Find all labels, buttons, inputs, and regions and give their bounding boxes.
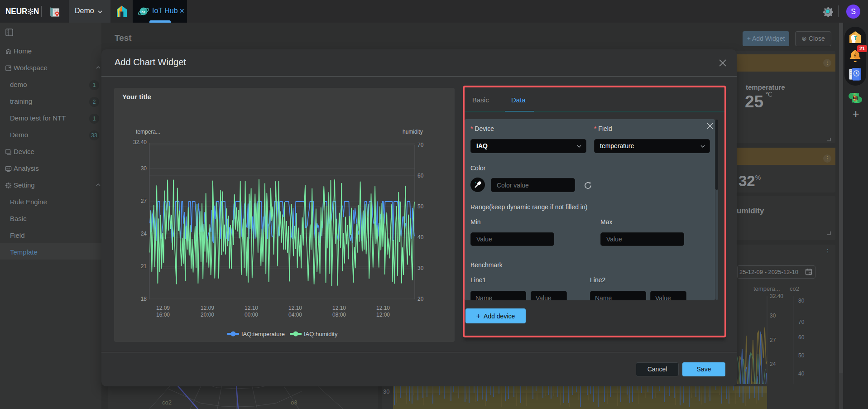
svg-text:12.10: 12.10 (332, 305, 346, 311)
svg-text:IAQ:temperature: IAQ:temperature (241, 331, 285, 337)
svg-text:40: 40 (798, 371, 805, 377)
svg-text:70: 70 (798, 319, 805, 325)
svg-text:o3: o3 (291, 399, 297, 406)
svg-text:40: 40 (417, 234, 424, 241)
svg-text:08:00: 08:00 (332, 312, 346, 318)
svg-text:80: 80 (798, 298, 805, 304)
svg-text:12.10: 12.10 (288, 305, 302, 311)
svg-text:20: 20 (417, 296, 424, 302)
svg-text:16:00: 16:00 (156, 312, 170, 318)
svg-text:IAQ:humidity: IAQ:humidity (304, 331, 338, 337)
svg-text:32.40: 32.40 (133, 139, 147, 145)
svg-text:60: 60 (417, 173, 424, 179)
svg-text:60: 60 (798, 334, 805, 341)
svg-text:50: 50 (417, 203, 424, 210)
svg-text:IoT: IoT (140, 10, 146, 14)
svg-text:12:00: 12:00 (376, 312, 390, 318)
svg-text:70: 70 (417, 142, 424, 148)
svg-text:12.10: 12.10 (376, 305, 390, 311)
svg-text:00:00: 00:00 (245, 312, 258, 318)
svg-text:co2: co2 (162, 399, 172, 406)
svg-text:30: 30 (770, 313, 776, 319)
svg-text:20:00: 20:00 (201, 312, 214, 318)
svg-text:27: 27 (770, 337, 776, 343)
svg-text:50: 50 (798, 352, 805, 359)
svg-text:32.40: 32.40 (770, 293, 783, 299)
svg-text:30: 30 (141, 165, 147, 172)
svg-text:12.09: 12.09 (156, 305, 170, 311)
svg-text:12.10: 12.10 (245, 305, 258, 311)
svg-text:21: 21 (141, 263, 147, 269)
svg-text:24: 24 (770, 361, 776, 367)
svg-text:18: 18 (141, 296, 147, 302)
svg-text:04:00: 04:00 (288, 312, 302, 318)
svg-text:24: 24 (141, 231, 147, 237)
svg-text:30: 30 (417, 265, 424, 271)
svg-text:27: 27 (141, 198, 147, 204)
svg-text:12.09: 12.09 (201, 305, 214, 311)
